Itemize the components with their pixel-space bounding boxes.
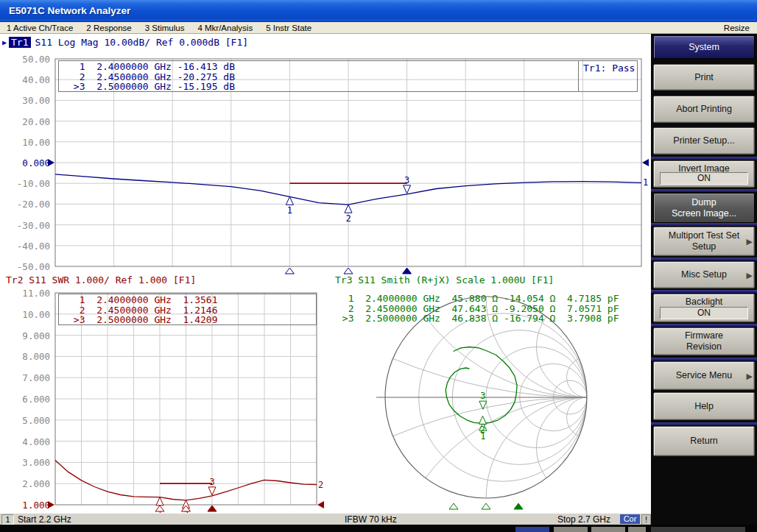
firmware-revision-softkey[interactable]: FirmwareRevision (653, 327, 755, 355)
print-softkey[interactable]: Print (653, 64, 755, 91)
system-label: System (654, 42, 754, 53)
tr1-ytick: 30.00 (1, 95, 50, 106)
menu-instr-state[interactable]: 5 Instr State (259, 24, 318, 32)
tr2-marker-3[interactable]: 3 (208, 477, 216, 511)
softkey-separator (651, 189, 757, 192)
svg-text:2: 2 (345, 213, 351, 224)
system-softkey[interactable]: System (653, 35, 755, 59)
stop-frequency-readout: Stop 2.7 GHz (557, 514, 610, 525)
tr2-ytick: 5.000 (1, 415, 50, 426)
menu-mkr-analysis[interactable]: 4 Mkr/Analysis (191, 24, 259, 32)
multiport-test-set-setup-label: Setup (654, 241, 754, 252)
dump-screen-image-softkey[interactable]: DumpScreen Image... (653, 193, 755, 223)
tr3-header-text: Tr3 S11 Smith (R+jX) Scale 1.000U [F1] (335, 274, 554, 285)
printer-setup-label: Printer Setup... (654, 135, 754, 146)
tr2-marker-2[interactable]: 2 (182, 500, 191, 513)
svg-text:3: 3 (209, 477, 214, 487)
tr2-header[interactable]: Tr2 S11 SWR 1.000/ Ref 1.000 [F1] (6, 274, 196, 285)
svg-text:2: 2 (318, 480, 323, 490)
tr1-marker-row-3: >3 2.5000000 GHz -15.195 dB (68, 82, 637, 92)
dump-screen-image-label: Screen Image... (654, 208, 754, 219)
tr1-header-text: S11 Log Mag 10.00dB/ Ref 0.000dB [F1] (35, 37, 249, 48)
backlight-softkey[interactable]: BacklightON (653, 294, 755, 322)
tr3-header[interactable]: Tr3 S11 Smith (R+jX) Scale 1.000U [F1] (335, 274, 554, 285)
return-label: Return (654, 436, 754, 447)
svg-text:3: 3 (480, 391, 485, 401)
window-title: E5071C Network Analyzer (0, 5, 130, 16)
tr2-ytick: 9.000 (1, 330, 50, 341)
title-bar[interactable]: E5071C Network Analyzer (0, 0, 757, 22)
tr3-marker-row-3: >3 2.5000000 GHz 46.838 Ω -16.794 Ω 3.79… (337, 313, 619, 324)
active-trace-arrow-icon: ▶ (2, 38, 7, 46)
submenu-arrow-icon: ▶ (747, 236, 753, 247)
tr1-marker-row-2: 2 2.4500000 GHz -20.275 dB (68, 72, 637, 82)
tr1-limit-result: Tr1: Pass (583, 63, 635, 74)
menu-stimulus[interactable]: 3 Stimulus (138, 24, 191, 32)
tr2-marker-row-3: >3 2.5000000 GHz 1.4209 (68, 315, 316, 325)
svg-text:2: 2 (480, 425, 485, 435)
service-menu-softkey[interactable]: Service Menu▶ (653, 361, 755, 390)
tr1-ytick: 10.00 (1, 137, 50, 148)
tr1-ytick: -10.00 (1, 178, 50, 189)
tr2-ytick: 1.000 (1, 500, 50, 511)
firmware-revision-label: Firmware (654, 330, 754, 341)
tr2-marker-row-2: 2 2.4500000 GHz 1.2146 (68, 305, 316, 316)
resize-control[interactable]: Resize (724, 24, 757, 32)
invert-image-softkey[interactable]: Invert ImageON (653, 160, 755, 188)
menu-active-ch-trace[interactable]: 1 Active Ch/Trace (0, 24, 80, 32)
tr3-marker-row-2: 2 2.4500000 GHz 47.643 Ω -9.2050 Ω 7.057… (337, 304, 619, 314)
tr2-marker-1[interactable]: 1 (155, 497, 164, 513)
misc-setup-softkey[interactable]: Misc Setup▶ (653, 261, 755, 288)
tr1-ytick: 0.000 (1, 157, 50, 169)
bottom-strip (0, 525, 757, 532)
menu-response[interactable]: 2 Response (80, 24, 138, 32)
tr1-ytick: -40.00 (1, 241, 50, 252)
tr3-marker-readout: 1 2.4000000 GHz 45.880 Ω -14.054 Ω 4.718… (337, 294, 619, 324)
clock-fragment (651, 527, 745, 532)
misc-setup-label: Misc Setup (654, 269, 754, 280)
tr2-ytick: 8.000 (1, 351, 50, 362)
backlight-state-indicator: ON (660, 307, 748, 319)
plots-canvas: 12311232123 (0, 34, 651, 513)
abort-printing-softkey[interactable]: Abort Printing (653, 96, 755, 123)
tr2-header-text: Tr2 S11 SWR 1.000/ Ref 1.000 [F1] (6, 274, 196, 285)
taskbar-fragment (554, 527, 588, 532)
channel-indicator: 1 (1, 514, 14, 525)
tr1-ytick: -20.00 (1, 199, 50, 210)
tr1-table-divider (578, 61, 579, 91)
tr2-marker-row-1: 1 2.4000000 GHz 1.3561 (68, 295, 316, 305)
e5071c-window: E5071C Network Analyzer 1 Active Ch/Trac… (0, 0, 757, 532)
taskbar-fragment (515, 527, 549, 532)
svg-text:1: 1 (643, 177, 648, 188)
ifbw-readout: IFBW 70 kHz (345, 514, 397, 525)
tr3-marker-2[interactable]: 2 (479, 416, 490, 509)
status-bar: 1 Start 2.2 GHz IFBW 70 kHz Stop 2.7 GHz… (0, 513, 651, 525)
submenu-arrow-icon: ▶ (747, 269, 753, 280)
return-softkey[interactable]: Return (653, 426, 755, 456)
tr3-marker-3[interactable]: 3 (479, 391, 523, 509)
tr1-marker-table: 1 2.4000000 GHz -16.413 dB 2 2.4500000 G… (58, 60, 638, 92)
svg-text:3: 3 (404, 175, 409, 185)
dump-screen-image-label: Dump (654, 197, 754, 208)
tr1-ytick: -50.00 (1, 261, 50, 272)
tr1-marker-row-1: 1 2.4000000 GHz -16.413 dB (68, 62, 637, 72)
softkey-separator (651, 324, 757, 327)
printer-setup-softkey[interactable]: Printer Setup... (653, 127, 755, 155)
service-menu-label: Service Menu (654, 370, 754, 381)
svg-text:1: 1 (287, 205, 292, 216)
abort-printing-label: Abort Printing (654, 104, 754, 115)
menu-bar: 1 Active Ch/Trace 2 Response 3 Stimulus … (0, 22, 757, 34)
warning-badge: ! (641, 514, 651, 525)
softkey-menu: SystemPrintAbort PrintingPrinter Setup..… (651, 34, 757, 525)
tr2-ytick: 6.000 (1, 394, 50, 405)
softkey-separator (651, 223, 757, 226)
taskbar-fragment (591, 527, 625, 532)
tr1-chip: Tr1 (9, 37, 30, 48)
multiport-test-set-setup-softkey[interactable]: Multiport Test SetSetup▶ (653, 227, 755, 256)
firmware-revision-label: Revision (654, 341, 754, 352)
help-softkey[interactable]: Help (653, 392, 755, 420)
tr2-marker-table: 1 2.4000000 GHz 1.3561 2 2.4500000 GHz 1… (58, 294, 317, 325)
start-frequency-readout: Start 2.2 GHz (18, 514, 71, 525)
taskbar-fragment (628, 527, 646, 532)
tr1-header[interactable]: ▶ Tr1 S11 Log Mag 10.00dB/ Ref 0.000dB [… (2, 37, 248, 48)
